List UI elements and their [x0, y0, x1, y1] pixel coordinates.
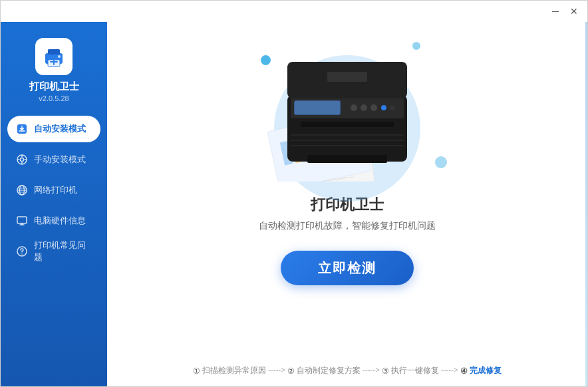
- nav-item-pc-hardware[interactable]: 电脑硬件信息: [7, 207, 100, 234]
- logo-icon: [41, 44, 67, 69]
- question-icon: [15, 245, 29, 258]
- svg-point-41: [390, 105, 395, 110]
- step-arrow-1: ----->: [268, 366, 285, 376]
- nav-label-pc-hardware: 电脑硬件信息: [34, 215, 86, 227]
- svg-point-17: [21, 253, 23, 255]
- nav-label-network-printer: 网络打印机: [34, 184, 77, 196]
- svg-rect-47: [327, 72, 367, 82]
- window-controls: ─ ✕: [547, 5, 582, 18]
- svg-point-38: [361, 104, 367, 111]
- computer-icon: [15, 214, 29, 227]
- close-button[interactable]: ✕: [566, 5, 582, 18]
- content-area: 打印机卫士 v2.0.5.28 自动安装模式: [1, 22, 587, 386]
- bottom-steps: ① 扫描检测异常原因 -----> ② 自动制定修复方案 -----> ③ 执行…: [107, 366, 587, 376]
- svg-point-37: [351, 104, 357, 111]
- main-subtitle: 自动检测打印机故障，智能修复打印机问题: [259, 220, 436, 232]
- step-4: ④ 完成修复: [460, 366, 502, 376]
- sidebar: 打印机卫士 v2.0.5.28 自动安装模式: [1, 22, 107, 386]
- step-arrow-3: ----->: [441, 366, 458, 376]
- nav-item-manual-install[interactable]: 手动安装模式: [7, 146, 100, 173]
- title-bar: ─ ✕: [1, 1, 587, 22]
- app-window: ─ ✕ 打印机卫士 v2.0.5.28: [0, 0, 588, 387]
- svg-rect-42: [301, 122, 394, 127]
- printer-image: [254, 49, 440, 182]
- svg-point-40: [381, 105, 386, 110]
- nav-label-auto-install: 自动安装模式: [34, 123, 86, 135]
- step-2: ② 自动制定修复方案: [287, 366, 361, 376]
- nav-label-printer-faq: 打印机常见问题: [34, 239, 92, 263]
- svg-rect-13: [17, 217, 27, 223]
- svg-rect-43: [307, 155, 387, 163]
- svg-rect-36: [295, 101, 340, 114]
- main-content: 打印机卫士 自动检测打印机故障，智能修复打印机问题 立即检测 ① 扫描检测异常原…: [107, 22, 587, 386]
- app-title: 打印机卫士: [29, 80, 79, 93]
- svg-point-3: [58, 55, 61, 58]
- svg-point-39: [370, 104, 377, 111]
- edge-strip: [585, 22, 587, 386]
- step-3: ③ 执行一键修复: [382, 366, 439, 376]
- detect-button[interactable]: 立即检测: [281, 251, 414, 285]
- nav-label-manual-install: 手动安装模式: [34, 154, 86, 166]
- download-icon: [15, 122, 29, 136]
- network-icon: [15, 184, 29, 197]
- app-version: v2.0.5.28: [39, 94, 69, 102]
- svg-point-7: [21, 158, 24, 162]
- step-1: ① 扫描检测异常原因: [193, 366, 266, 376]
- app-logo: [35, 38, 73, 75]
- svg-rect-1: [48, 49, 60, 55]
- printer-area: [221, 35, 474, 195]
- nav-item-auto-install[interactable]: 自动安装模式: [7, 116, 100, 142]
- minimize-button[interactable]: ─: [547, 5, 563, 18]
- step-arrow-2: ----->: [363, 366, 380, 376]
- nav-item-printer-faq[interactable]: 打印机常见问题: [7, 238, 100, 265]
- settings-icon: [15, 153, 29, 166]
- nav-item-network-printer[interactable]: 网络打印机: [7, 177, 100, 203]
